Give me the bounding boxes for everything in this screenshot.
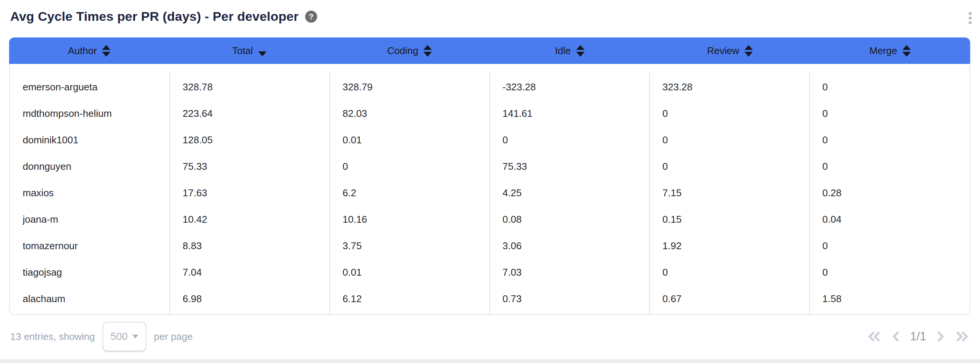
table-footer: 13 entries, showing 500 per page 1/1: [10, 322, 970, 351]
author-cell: maxios: [10, 187, 170, 199]
value-cell: 3.75: [330, 240, 490, 252]
kebab-dot: [969, 12, 972, 15]
table-header-row: AuthorTotalCodingIdleReviewMerge: [9, 37, 970, 64]
author-cell: dominik1001: [10, 134, 170, 146]
table-body: emerson-argueta328.78328.79-323.28323.28…: [9, 64, 970, 315]
value-cell: 10.42: [170, 213, 330, 225]
widget-header: Avg Cycle Times per PR (days) - Per deve…: [10, 9, 317, 24]
value-cell: 0.67: [649, 293, 810, 305]
page-title: Avg Cycle Times per PR (days) - Per deve…: [10, 9, 299, 24]
table-body-rows: emerson-argueta328.78328.79-323.28323.28…: [10, 74, 969, 312]
author-cell: joana-m: [10, 213, 170, 225]
value-cell: 1.92: [649, 240, 810, 252]
sort-icon: [902, 44, 911, 57]
value-cell: 6.98: [170, 293, 330, 305]
column-label: Merge: [869, 45, 897, 57]
column-header-author[interactable]: Author: [9, 37, 169, 64]
author-cell: donnguyen: [10, 161, 170, 172]
page-size-dropdown[interactable]: 500: [102, 322, 146, 351]
value-cell: 75.33: [170, 161, 330, 172]
value-cell: 0: [810, 240, 969, 252]
table-row: donnguyen75.33075.3300: [10, 153, 969, 180]
value-cell: 0: [810, 81, 969, 93]
value-cell: 128.05: [170, 134, 330, 146]
value-cell: 328.78: [170, 81, 330, 93]
value-cell: 0.01: [330, 267, 490, 278]
table-row: joana-m10.4210.160.080.150.04: [10, 206, 969, 232]
table-row: tiagojsag7.040.017.0300: [10, 259, 969, 285]
value-cell: 6.2: [330, 187, 490, 199]
value-cell: 0.08: [490, 213, 649, 225]
author-cell: tomazernour: [10, 240, 170, 252]
value-cell: 0: [810, 267, 969, 278]
value-cell: 0: [649, 161, 810, 172]
sort-icon: [102, 44, 110, 57]
value-cell: 0: [810, 108, 969, 119]
value-cell: 0.73: [490, 293, 649, 305]
help-icon[interactable]: ?: [305, 11, 317, 23]
column-label: Coding: [387, 45, 418, 57]
table-row: mdthompson-helium223.6482.03141.6100: [10, 100, 969, 127]
column-label: Total: [232, 45, 253, 57]
value-cell: 3.06: [490, 240, 649, 252]
value-cell: 0: [330, 161, 490, 172]
kebab-menu-icon[interactable]: [966, 11, 974, 26]
table-row: maxios17.636.24.257.150.28: [10, 180, 969, 206]
kebab-dot: [969, 17, 972, 20]
value-cell: 0.01: [330, 134, 490, 146]
value-cell: 17.63: [170, 187, 330, 199]
sort-icon: [576, 44, 584, 57]
author-cell: emerson-argueta: [10, 81, 170, 93]
author-cell: tiagojsag: [10, 267, 170, 278]
first-page-button[interactable]: [866, 330, 881, 343]
value-cell: 75.33: [490, 161, 649, 172]
value-cell: 4.25: [490, 187, 649, 199]
value-cell: 323.28: [649, 81, 810, 93]
column-header-idle[interactable]: Idle: [490, 37, 650, 64]
value-cell: 223.64: [170, 108, 330, 119]
sort-icon: [745, 44, 753, 57]
table-row: tomazernour8.833.753.061.920: [10, 232, 969, 259]
last-page-button[interactable]: [955, 330, 970, 343]
sort-desc-icon: [258, 44, 267, 57]
column-header-review[interactable]: Review: [650, 37, 810, 64]
column-header-total[interactable]: Total: [169, 37, 330, 64]
chevron-right-icon: [936, 330, 946, 343]
next-page-button[interactable]: [936, 330, 946, 343]
value-cell: 0: [649, 134, 810, 146]
value-cell: 8.83: [170, 240, 330, 252]
value-cell: 0: [490, 134, 649, 146]
prev-page-button[interactable]: [890, 330, 900, 343]
author-cell: alachaum: [10, 293, 170, 305]
value-cell: 1.58: [810, 293, 969, 305]
page-size-value: 500: [111, 331, 128, 342]
column-label: Author: [68, 45, 97, 57]
value-cell: 7.03: [490, 267, 649, 278]
entries-count-text: 13 entries, showing: [10, 331, 95, 342]
value-cell: 0: [649, 108, 810, 119]
table-row: alachaum6.986.120.730.671.58: [10, 285, 969, 312]
value-cell: 141.61: [490, 108, 649, 119]
cycle-times-widget: Avg Cycle Times per PR (days) - Per deve…: [0, 0, 980, 363]
double-chevron-right-icon: [955, 330, 970, 343]
table-row: dominik1001128.050.01000: [10, 127, 969, 153]
value-cell: 10.16: [330, 213, 490, 225]
value-cell: -323.28: [490, 81, 649, 93]
column-header-merge[interactable]: Merge: [810, 37, 970, 64]
per-page-text: per page: [154, 331, 193, 342]
value-cell: 7.04: [170, 267, 330, 278]
chevron-down-icon: [132, 334, 138, 338]
value-cell: 0: [810, 134, 969, 146]
chevron-left-icon: [890, 330, 900, 343]
value-cell: 6.12: [330, 293, 490, 305]
column-label: Review: [707, 45, 739, 57]
sort-icon: [423, 44, 432, 57]
double-chevron-left-icon: [866, 330, 881, 343]
column-header-coding[interactable]: Coding: [329, 37, 490, 64]
kebab-dot: [969, 21, 972, 24]
value-cell: 0: [810, 161, 969, 172]
value-cell: 0.04: [810, 213, 969, 225]
page-indicator: 1/1: [909, 330, 927, 343]
value-cell: 82.03: [330, 108, 490, 119]
value-cell: 0: [649, 267, 810, 278]
